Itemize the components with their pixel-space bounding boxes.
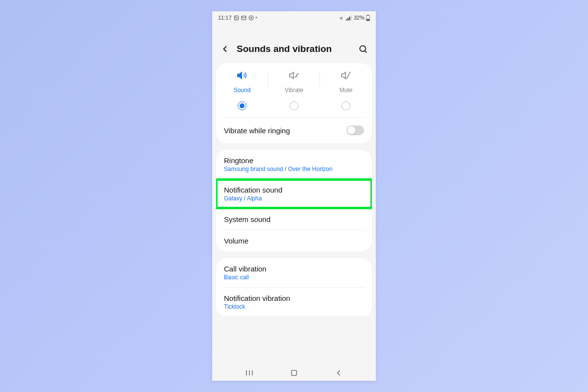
sound-icon bbox=[237, 70, 247, 83]
notification-vibration-item[interactable]: Notification vibration Ticktock bbox=[216, 288, 372, 317]
gear-icon bbox=[248, 15, 254, 21]
svg-rect-10 bbox=[367, 19, 369, 21]
vibrate-while-ringing-toggle[interactable] bbox=[346, 125, 364, 135]
signal-icon bbox=[346, 15, 352, 21]
status-bar: 11:17 • 32% bbox=[212, 11, 376, 24]
volume-title: Volume bbox=[224, 237, 364, 245]
vibration-settings-card: Call vibration Basic call Notification v… bbox=[216, 258, 372, 317]
nav-back[interactable] bbox=[334, 368, 343, 377]
radio-mute[interactable] bbox=[342, 101, 350, 110]
nav-bar bbox=[212, 365, 376, 381]
notification-sound-item[interactable]: Notification sound Galaxy / Alpha bbox=[216, 179, 372, 208]
vibrate-while-ringing-row[interactable]: Vibrate while ringing bbox=[216, 118, 372, 143]
vibrate-while-ringing-label: Vibrate while ringing bbox=[224, 126, 290, 135]
ringtone-title: Ringtone bbox=[224, 156, 364, 165]
wifi-icon bbox=[338, 15, 344, 21]
battery-text: 32% bbox=[354, 15, 365, 21]
notification-vibration-sub: Ticktock bbox=[224, 303, 364, 310]
svg-rect-5 bbox=[347, 18, 348, 20]
notification-vibration-title: Notification vibration bbox=[224, 294, 364, 302]
status-right: 32% bbox=[338, 15, 370, 21]
nav-recents[interactable] bbox=[245, 368, 254, 377]
call-vibration-item[interactable]: Call vibration Basic call bbox=[216, 258, 372, 287]
system-sound-item[interactable]: System sound bbox=[216, 209, 372, 230]
call-vibration-sub: Basic call bbox=[224, 274, 364, 281]
mute-icon bbox=[341, 70, 351, 83]
mode-sound[interactable]: Sound bbox=[216, 70, 268, 94]
sound-settings-card: Ringtone Samsung brand sound / Over the … bbox=[216, 150, 372, 251]
page-header: Sounds and vibration bbox=[212, 24, 376, 63]
mode-vibrate[interactable]: Vibrate bbox=[268, 70, 320, 94]
svg-marker-13 bbox=[238, 73, 242, 79]
mode-row: Sound Vibrate Mute bbox=[216, 63, 372, 98]
svg-rect-4 bbox=[346, 19, 347, 21]
svg-point-1 bbox=[235, 17, 236, 17]
notification-sound-title: Notification sound bbox=[224, 186, 364, 194]
system-sound-title: System sound bbox=[224, 215, 364, 223]
svg-rect-7 bbox=[351, 15, 352, 20]
call-vibration-title: Call vibration bbox=[224, 265, 364, 273]
svg-line-17 bbox=[346, 72, 350, 79]
mode-sound-label: Sound bbox=[234, 87, 251, 94]
svg-rect-6 bbox=[349, 16, 350, 20]
status-left: 11:17 • bbox=[218, 15, 257, 21]
volume-item[interactable]: Volume bbox=[216, 230, 372, 251]
ringtone-item[interactable]: Ringtone Samsung brand sound / Over the … bbox=[216, 150, 372, 179]
dot-icon: • bbox=[256, 15, 257, 20]
battery-icon bbox=[366, 15, 370, 21]
mode-vibrate-label: Vibrate bbox=[285, 87, 303, 94]
divider bbox=[223, 317, 365, 317]
svg-marker-14 bbox=[290, 73, 294, 79]
page-title: Sounds and vibration bbox=[237, 44, 351, 54]
mode-radio-row bbox=[216, 98, 372, 117]
back-button[interactable] bbox=[220, 44, 230, 54]
radio-sound[interactable] bbox=[238, 101, 246, 110]
svg-point-3 bbox=[341, 19, 342, 20]
nav-home[interactable] bbox=[290, 369, 298, 377]
gallery-icon bbox=[234, 15, 239, 21]
mail-icon bbox=[241, 15, 246, 21]
vibrate-icon bbox=[289, 70, 299, 83]
svg-marker-16 bbox=[342, 73, 345, 79]
status-time: 11:17 bbox=[218, 15, 232, 21]
mode-mute-label: Mute bbox=[340, 87, 353, 94]
ringtone-sub: Samsung brand sound / Over the Horizon bbox=[224, 166, 364, 172]
svg-point-11 bbox=[360, 46, 366, 51]
mode-mute[interactable]: Mute bbox=[320, 70, 372, 94]
radio-vibrate[interactable] bbox=[290, 101, 298, 110]
search-button[interactable] bbox=[358, 44, 368, 54]
sound-mode-card: Sound Vibrate Mute Vibrate while ringin bbox=[216, 63, 372, 143]
phone-frame: 11:17 • 32% bbox=[212, 11, 376, 381]
svg-rect-21 bbox=[292, 370, 297, 376]
notification-sound-sub: Galaxy / Alpha bbox=[224, 195, 364, 202]
svg-line-12 bbox=[365, 51, 367, 53]
